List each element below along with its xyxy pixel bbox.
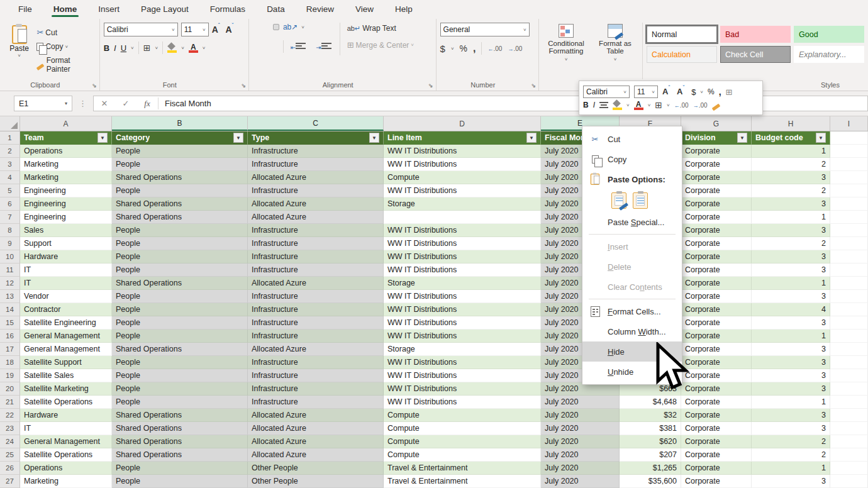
cell-d7[interactable]	[384, 211, 541, 224]
chevron-down-icon[interactable]: ˅	[155, 45, 158, 51]
cell-i14[interactable]	[830, 303, 868, 316]
conditional-formatting-button[interactable]: Conditional Formatting ˅	[543, 23, 589, 79]
cell-d26[interactable]: Travel & Entertainment	[384, 462, 541, 475]
cell-d16[interactable]: WW IT Distributions	[384, 330, 541, 343]
cell-g14[interactable]: Corporate	[681, 303, 752, 316]
comma-style-button[interactable]: ,	[473, 43, 476, 54]
percent-style-button[interactable]: %	[708, 87, 715, 96]
cell-g10[interactable]: Corporate	[681, 250, 752, 263]
cell-f24[interactable]: $620	[620, 435, 681, 448]
bold-button[interactable]: B	[104, 43, 109, 53]
paste-button[interactable]: Paste ˅	[4, 23, 35, 79]
cell-i7[interactable]	[830, 211, 868, 224]
decrease-decimal-button[interactable]: →.00	[508, 45, 522, 52]
row-number[interactable]: 7	[0, 211, 20, 224]
insert-function-button[interactable]: fx	[136, 99, 158, 109]
cell-g8[interactable]: Corporate	[681, 224, 752, 237]
cell-c11[interactable]: Infrastructure	[248, 263, 384, 277]
cell-h18[interactable]: 3	[752, 356, 830, 369]
cell-d24[interactable]: Compute	[384, 435, 541, 448]
cell-b11[interactable]: People	[112, 263, 248, 277]
cell-a6[interactable]: Engineering	[20, 197, 112, 211]
cell-d21[interactable]: WW IT Distributions	[384, 396, 541, 409]
row-number[interactable]: 18	[0, 356, 20, 369]
accounting-format-button[interactable]: $	[691, 87, 696, 97]
cell-h22[interactable]: 3	[752, 409, 830, 422]
cell-i12[interactable]	[830, 277, 868, 290]
cell-g15[interactable]: Corporate	[681, 316, 752, 330]
align-center-button[interactable]	[263, 43, 269, 50]
cell-i18[interactable]	[830, 356, 868, 369]
dialog-launcher-icon[interactable]: ⇘	[531, 82, 536, 89]
cell-c26[interactable]: Other People	[248, 462, 384, 475]
cell-g21[interactable]: Corporate	[681, 396, 752, 409]
chevron-down-icon[interactable]: ˅	[131, 45, 134, 51]
table-header-cell-g[interactable]: Division▼	[681, 131, 752, 145]
number-format-select[interactable]: General ˅	[440, 23, 530, 36]
cell-a24[interactable]: General Management	[20, 435, 112, 448]
cell-b24[interactable]: Shared Operations	[112, 435, 248, 448]
cell-h9[interactable]: 2	[752, 237, 830, 250]
cell-a17[interactable]: General Management	[20, 343, 112, 356]
cell-c17[interactable]: Allocated Azure	[248, 343, 384, 356]
cell-style-bad[interactable]: Bad	[720, 26, 791, 43]
chevron-down-icon[interactable]: ˅	[648, 103, 651, 108]
row-number[interactable]: 5	[0, 184, 20, 197]
tab-page-layout[interactable]: Page Layout	[131, 1, 198, 18]
row-number[interactable]: 24	[0, 435, 20, 448]
cell-i19[interactable]	[830, 369, 868, 382]
cell-a2[interactable]: Operations	[20, 145, 112, 158]
font-name-select[interactable]: Calibri ˅	[104, 23, 178, 36]
menu-item-cut[interactable]: ✂Cut	[582, 129, 682, 149]
cell-i4[interactable]	[830, 171, 868, 184]
cell-f26[interactable]: $1,265	[620, 462, 681, 475]
cell-d5[interactable]: WW IT Distributions	[384, 184, 541, 197]
cell-c14[interactable]: Infrastructure	[248, 303, 384, 316]
cell-c24[interactable]: Allocated Azure	[248, 435, 384, 448]
cell-g23[interactable]: Corporate	[681, 422, 752, 435]
format-as-table-button[interactable]: Format as Table ˅	[592, 23, 638, 79]
cell-b17[interactable]: Shared Operations	[112, 343, 248, 356]
orientation-button[interactable]: ab↗	[283, 23, 298, 31]
cell-c7[interactable]: Allocated Azure	[248, 211, 384, 224]
cell-b22[interactable]: Shared Operations	[112, 409, 248, 422]
italic-button[interactable]: I	[114, 43, 116, 53]
cell-g9[interactable]: Corporate	[681, 237, 752, 250]
cell-c22[interactable]: Allocated Azure	[248, 409, 384, 422]
cell-a4[interactable]: Marketing	[20, 171, 112, 184]
cell-c20[interactable]: Infrastructure	[248, 382, 384, 396]
cell-style-normal[interactable]: Normal	[647, 26, 717, 43]
cancel-button[interactable]: ✕	[94, 99, 115, 108]
menu-item-format-cells[interactable]: Format Cells...	[582, 301, 682, 321]
menu-item-paste-special[interactable]: Paste Special...	[582, 212, 682, 232]
cell-h15[interactable]: 3	[752, 316, 830, 330]
cell-h3[interactable]: 2	[752, 158, 830, 171]
cell-i16[interactable]	[830, 330, 868, 343]
cell-h6[interactable]: 3	[752, 197, 830, 211]
tab-file[interactable]: File	[9, 1, 42, 18]
cell-g22[interactable]: Corporate	[681, 409, 752, 422]
cell-c9[interactable]: Infrastructure	[248, 237, 384, 250]
cell-b18[interactable]: People	[112, 356, 248, 369]
cell-h17[interactable]: 3	[752, 343, 830, 356]
cell-d27[interactable]: Travel & Entertainment	[384, 475, 541, 488]
cell-d17[interactable]: Storage	[384, 343, 541, 356]
cell-i27[interactable]	[830, 475, 868, 488]
filter-dropdown-icon[interactable]: ▼	[233, 133, 243, 143]
tab-help[interactable]: Help	[386, 1, 422, 18]
column-header-c[interactable]: C	[248, 116, 384, 131]
row-number[interactable]: 19	[0, 369, 20, 382]
cell-c3[interactable]: Infrastructure	[248, 158, 384, 171]
paste-keep-formatting-icon[interactable]	[611, 192, 626, 209]
cell-a23[interactable]: IT	[20, 422, 112, 435]
percent-style-button[interactable]: %	[460, 43, 467, 53]
chevron-down-icon[interactable]: ˅	[700, 89, 703, 95]
cell-b27[interactable]: People	[112, 475, 248, 488]
fill-color-button[interactable]	[167, 43, 177, 53]
cell-i6[interactable]	[830, 197, 868, 211]
bottom-align-button[interactable]	[273, 24, 279, 30]
cell-f22[interactable]: $32	[620, 409, 681, 422]
cell-c25[interactable]: Allocated Azure	[248, 448, 384, 462]
cell-g26[interactable]: Corporate	[681, 462, 752, 475]
cell-i9[interactable]	[830, 237, 868, 250]
